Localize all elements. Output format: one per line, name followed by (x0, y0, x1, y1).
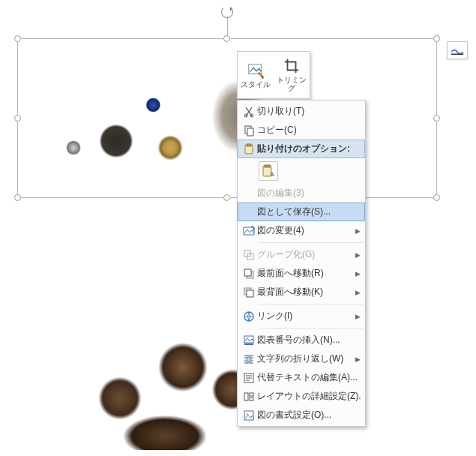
svg-text:A: A (270, 171, 274, 178)
menu-change-picture[interactable]: 図の変更(4) ▶ (238, 221, 365, 240)
menu-edit-picture: 図の編集(3) (238, 184, 365, 202)
svg-rect-17 (247, 290, 253, 297)
link-icon (241, 310, 257, 322)
svg-rect-0 (451, 54, 464, 56)
menu-separator (259, 304, 364, 304)
submenu-arrow-icon: ▶ (353, 356, 361, 363)
resize-handle-right[interactable] (433, 115, 440, 122)
paste-icon (241, 143, 257, 155)
selection-frame (17, 38, 437, 198)
submenu-arrow-icon: ▶ (353, 270, 361, 278)
text-wrapping-icon (241, 353, 257, 365)
menu-link-label: リンク(I) (257, 310, 353, 322)
resize-handle-top-left[interactable] (14, 35, 21, 42)
group-icon (241, 249, 257, 261)
submenu-arrow-icon: ▶ (353, 227, 361, 235)
copy-icon (241, 124, 257, 136)
menu-separator (259, 328, 364, 328)
resize-handle-top[interactable] (223, 35, 230, 42)
picture-style-button[interactable]: スタイル (238, 52, 274, 98)
paste-option-icon: A (262, 164, 275, 178)
layout-options-button[interactable] (447, 41, 468, 59)
picture-context-menu: 切り取り(T) コピー(C) 貼り付けのオプション: A 図の編集(3) 図とし… (237, 100, 366, 427)
svg-rect-34 (250, 398, 253, 400)
menu-cut[interactable]: 切り取り(T) (238, 102, 365, 121)
menu-paste-options-label: 貼り付けのオプション: (257, 142, 361, 155)
menu-cut-label: 切り取り(T) (257, 105, 361, 118)
submenu-arrow-icon: ▶ (353, 289, 361, 296)
resize-handle-top-right[interactable] (433, 35, 440, 42)
svg-rect-7 (247, 144, 251, 146)
resize-handle-bottom-right[interactable] (433, 194, 440, 201)
resize-handle-left[interactable] (14, 115, 21, 122)
resize-handle-bottom-left[interactable] (14, 194, 21, 201)
insert-caption-icon (241, 334, 257, 346)
menu-save-as-picture[interactable]: 図として保存(S)... (238, 202, 365, 221)
format-picture-icon (241, 410, 257, 422)
svg-rect-5 (247, 128, 253, 136)
submenu-arrow-icon: ▶ (353, 251, 361, 259)
svg-rect-33 (250, 393, 253, 396)
menu-edit-alt-text-label: 代替テキストの編集(A)... (257, 371, 361, 384)
submenu-arrow-icon: ▶ (353, 313, 361, 320)
picture-style-label: スタイル (241, 80, 271, 88)
menu-send-to-back-label: 最背面へ移動(K) (257, 286, 353, 298)
alt-text-icon (241, 372, 257, 384)
layout-options-icon (451, 45, 464, 56)
menu-edit-alt-text[interactable]: 代替テキストの編集(A)... (238, 368, 365, 387)
layout-details-icon (241, 391, 257, 403)
menu-copy-label: コピー(C) (257, 124, 361, 136)
menu-insert-caption-label: 図表番号の挿入(N)... (257, 334, 361, 346)
menu-bring-to-front[interactable]: 最前面へ移動(R) ▶ (238, 264, 365, 283)
paste-options-row: A (238, 158, 365, 184)
crop-icon (283, 58, 301, 74)
menu-edit-picture-label: 図の編集(3) (257, 187, 361, 200)
menu-layout-details[interactable]: レイアウトの詳細設定(Z)... (238, 387, 365, 406)
cut-icon (241, 106, 257, 118)
menu-format-picture[interactable]: 図の書式設定(O)... (238, 406, 365, 424)
crop-button[interactable]: トリミング (274, 52, 310, 98)
picture-style-icon (247, 62, 265, 79)
menu-send-to-back[interactable]: 最背面へ移動(K) ▶ (238, 283, 365, 302)
menu-group: グループ化(G) ▶ (238, 245, 365, 264)
svg-rect-32 (244, 393, 248, 400)
send-to-back-icon (241, 286, 257, 298)
menu-separator (259, 242, 364, 243)
menu-insert-caption[interactable]: 図表番号の挿入(N)... (238, 331, 365, 350)
resize-handle-bottom[interactable] (223, 194, 230, 201)
menu-copy[interactable]: コピー(C) (238, 121, 365, 140)
menu-text-wrapping-label: 文字列の折り返し(W) (257, 352, 353, 365)
change-picture-icon (241, 225, 257, 237)
bring-to-front-icon (241, 268, 257, 280)
rotate-handle[interactable] (221, 6, 233, 18)
crop-label: トリミング (274, 76, 310, 92)
menu-bring-to-front-label: 最前面へ移動(R) (257, 267, 353, 280)
rotate-stem (227, 16, 228, 35)
svg-rect-15 (244, 269, 251, 276)
svg-rect-9 (265, 165, 270, 167)
menu-change-picture-label: 図の変更(4) (257, 224, 353, 237)
menu-link[interactable]: リンク(I) ▶ (238, 307, 365, 326)
menu-text-wrapping[interactable]: 文字列の折り返し(W) ▶ (238, 350, 365, 368)
menu-group-label: グループ化(G) (257, 248, 353, 261)
picture-mini-toolbar: スタイル トリミング (237, 51, 310, 99)
menu-layout-details-label: レイアウトの詳細設定(Z)... (257, 390, 361, 403)
menu-format-picture-label: 図の書式設定(O)... (257, 409, 361, 422)
paste-option-keep-text[interactable]: A (259, 161, 278, 181)
menu-save-as-picture-label: 図として保存(S)... (257, 206, 361, 218)
menu-paste-options-header[interactable]: 貼り付けのオプション: (238, 140, 365, 158)
svg-rect-20 (244, 344, 253, 345)
svg-rect-21 (247, 357, 251, 362)
